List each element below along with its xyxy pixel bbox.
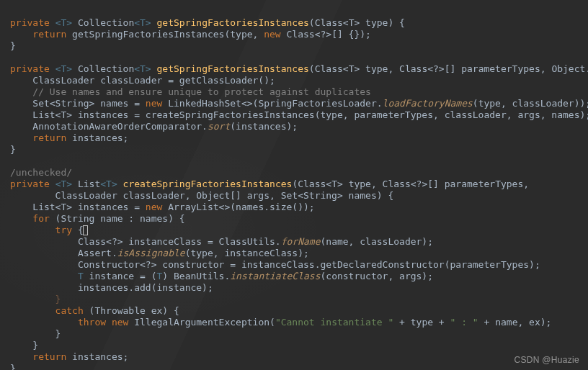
code-line: throw new IllegalArgumentException("Cann…: [10, 317, 551, 328]
keyword-new: new: [264, 29, 280, 40]
code-text: Class<?>[] {});: [281, 29, 371, 40]
code-line: return instances;: [10, 132, 128, 143]
code-line: ClassLoader classLoader = getClassLoader…: [10, 75, 275, 86]
code-line: Class<?> instanceClass = ClassUtils.forN…: [10, 236, 433, 247]
code-editor[interactable]: private <T> Collection<T> getSpringFacto…: [0, 0, 588, 370]
text-cursor: [83, 225, 88, 235]
code-line: instances.add(instance);: [10, 282, 213, 293]
method-signature: private <T> Collection<T> getSpringFacto…: [10, 63, 588, 74]
method-signature: private <T> List<T> createSpringFactorie…: [10, 179, 529, 189]
annotation: /unchecked/: [10, 167, 72, 178]
code-line: return instances;: [10, 351, 128, 362]
code-line: T instance = (T) BeanUtils.instantiateCl…: [10, 271, 433, 281]
brace-close: }: [10, 340, 38, 351]
brace-close: }: [10, 40, 16, 51]
code-line: catch (Throwable ex) {: [10, 305, 179, 316]
code-line: List<T> instances = new ArrayList<>(name…: [10, 202, 315, 212]
method-signature: private <T> Collection<T> getSpringFacto…: [10, 17, 405, 28]
code-line: List<T> instances = createSpringFactorie…: [10, 109, 588, 120]
code-text: getSpringFactoriesInstances(type,: [66, 29, 264, 40]
code-line: AnnotationAwareOrderComparator.sort(inst…: [10, 121, 298, 132]
brace-close-try: }: [10, 294, 61, 304]
code-line: Constructor<?> constructor = instanceCla…: [10, 259, 540, 270]
comment: // Use names and ensure unique to protec…: [10, 86, 371, 97]
code-line: for (String name : names) {: [10, 213, 185, 224]
brace-close: }: [10, 144, 16, 155]
watermark: CSDN @Huazie: [514, 354, 579, 366]
keyword-return: return: [32, 29, 66, 40]
params-continuation: ClassLoader classLoader, Object[] args, …: [10, 190, 393, 201]
code-line: try {: [10, 225, 88, 235]
code-line: Assert.isAssignable(type, instanceClass)…: [10, 248, 309, 258]
brace-close: }: [10, 363, 16, 370]
brace-close: }: [10, 328, 61, 339]
code-line: Set<String> names = new LinkedHashSet<>(…: [10, 98, 588, 109]
